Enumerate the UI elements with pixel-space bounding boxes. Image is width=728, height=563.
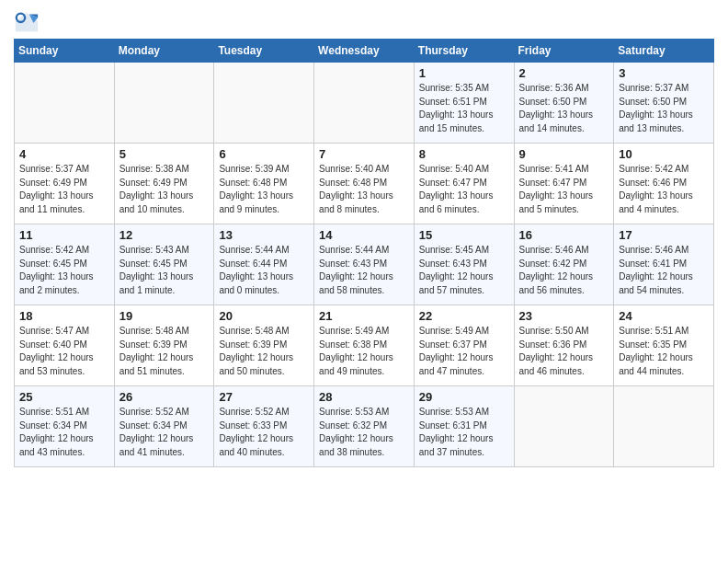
day-info: Sunrise: 5:52 AM Sunset: 6:34 PM Dayligh… (119, 406, 210, 459)
day-number: 2 (519, 66, 609, 80)
calendar-cell: 4Sunrise: 5:37 AM Sunset: 6:49 PM Daylig… (15, 144, 115, 224)
calendar-cell: 15Sunrise: 5:45 AM Sunset: 6:43 PM Dayli… (414, 224, 514, 305)
day-number: 22 (419, 309, 509, 323)
calendar-cell: 5Sunrise: 5:38 AM Sunset: 6:49 PM Daylig… (114, 144, 214, 224)
day-number: 5 (119, 147, 210, 161)
day-number: 7 (319, 147, 409, 161)
col-header-monday: Monday (114, 40, 214, 63)
calendar-cell: 10Sunrise: 5:42 AM Sunset: 6:46 PM Dayli… (614, 144, 714, 224)
day-info: Sunrise: 5:46 AM Sunset: 6:42 PM Dayligh… (519, 244, 609, 297)
calendar-cell: 23Sunrise: 5:50 AM Sunset: 6:36 PM Dayli… (514, 305, 614, 386)
calendar-cell: 6Sunrise: 5:39 AM Sunset: 6:48 PM Daylig… (214, 144, 314, 224)
calendar-table: SundayMondayTuesdayWednesdayThursdayFrid… (14, 39, 714, 467)
week-row-5: 25Sunrise: 5:51 AM Sunset: 6:34 PM Dayli… (15, 386, 714, 467)
calendar-cell: 28Sunrise: 5:53 AM Sunset: 6:32 PM Dayli… (314, 386, 415, 467)
calendar-cell: 25Sunrise: 5:51 AM Sunset: 6:34 PM Dayli… (15, 386, 115, 467)
calendar-cell: 16Sunrise: 5:46 AM Sunset: 6:42 PM Dayli… (514, 224, 614, 305)
day-number: 20 (219, 309, 309, 323)
day-info: Sunrise: 5:39 AM Sunset: 6:48 PM Dayligh… (219, 163, 309, 216)
day-info: Sunrise: 5:40 AM Sunset: 6:47 PM Dayligh… (419, 163, 509, 216)
calendar-cell: 18Sunrise: 5:47 AM Sunset: 6:40 PM Dayli… (15, 305, 115, 386)
week-row-4: 18Sunrise: 5:47 AM Sunset: 6:40 PM Dayli… (15, 305, 714, 386)
day-info: Sunrise: 5:47 AM Sunset: 6:40 PM Dayligh… (19, 325, 109, 378)
logo (14, 9, 43, 35)
col-header-tuesday: Tuesday (214, 40, 314, 63)
day-number: 23 (519, 309, 609, 323)
calendar-cell: 2Sunrise: 5:36 AM Sunset: 6:50 PM Daylig… (514, 63, 614, 144)
day-info: Sunrise: 5:36 AM Sunset: 6:50 PM Dayligh… (519, 82, 609, 135)
calendar-cell: 14Sunrise: 5:44 AM Sunset: 6:43 PM Dayli… (314, 224, 415, 305)
calendar-cell: 24Sunrise: 5:51 AM Sunset: 6:35 PM Dayli… (614, 305, 714, 386)
col-header-wednesday: Wednesday (314, 40, 415, 63)
day-info: Sunrise: 5:53 AM Sunset: 6:31 PM Dayligh… (419, 406, 509, 459)
day-info: Sunrise: 5:46 AM Sunset: 6:41 PM Dayligh… (619, 244, 709, 297)
day-info: Sunrise: 5:37 AM Sunset: 6:50 PM Dayligh… (619, 82, 709, 135)
day-info: Sunrise: 5:51 AM Sunset: 6:35 PM Dayligh… (619, 325, 709, 378)
day-info: Sunrise: 5:48 AM Sunset: 6:39 PM Dayligh… (119, 325, 210, 378)
day-info: Sunrise: 5:49 AM Sunset: 6:37 PM Dayligh… (419, 325, 509, 378)
calendar-cell: 8Sunrise: 5:40 AM Sunset: 6:47 PM Daylig… (414, 144, 514, 224)
day-info: Sunrise: 5:35 AM Sunset: 6:51 PM Dayligh… (419, 82, 509, 135)
logo-icon (14, 9, 40, 35)
day-info: Sunrise: 5:48 AM Sunset: 6:39 PM Dayligh… (219, 325, 309, 378)
day-number: 9 (519, 147, 609, 161)
day-number: 18 (19, 309, 109, 323)
day-number: 28 (319, 390, 409, 404)
calendar-cell: 1Sunrise: 5:35 AM Sunset: 6:51 PM Daylig… (414, 63, 514, 144)
day-number: 17 (619, 228, 709, 242)
day-info: Sunrise: 5:44 AM Sunset: 6:44 PM Dayligh… (219, 244, 309, 297)
day-number: 11 (19, 228, 109, 242)
calendar-cell: 22Sunrise: 5:49 AM Sunset: 6:37 PM Dayli… (414, 305, 514, 386)
day-info: Sunrise: 5:49 AM Sunset: 6:38 PM Dayligh… (319, 325, 409, 378)
calendar-cell (114, 63, 214, 144)
day-number: 1 (419, 66, 509, 80)
day-info: Sunrise: 5:37 AM Sunset: 6:49 PM Dayligh… (19, 163, 109, 216)
calendar-cell (214, 63, 314, 144)
calendar-cell: 21Sunrise: 5:49 AM Sunset: 6:38 PM Dayli… (314, 305, 415, 386)
calendar-cell (614, 386, 714, 467)
day-number: 24 (619, 309, 709, 323)
day-number: 26 (119, 390, 210, 404)
calendar-cell: 19Sunrise: 5:48 AM Sunset: 6:39 PM Dayli… (114, 305, 214, 386)
day-info: Sunrise: 5:53 AM Sunset: 6:32 PM Dayligh… (319, 406, 409, 459)
day-number: 21 (319, 309, 409, 323)
day-info: Sunrise: 5:52 AM Sunset: 6:33 PM Dayligh… (219, 406, 309, 459)
day-info: Sunrise: 5:38 AM Sunset: 6:49 PM Dayligh… (119, 163, 210, 216)
day-info: Sunrise: 5:44 AM Sunset: 6:43 PM Dayligh… (319, 244, 409, 297)
week-row-2: 4Sunrise: 5:37 AM Sunset: 6:49 PM Daylig… (15, 144, 714, 224)
day-number: 19 (119, 309, 210, 323)
day-info: Sunrise: 5:41 AM Sunset: 6:47 PM Dayligh… (519, 163, 609, 216)
calendar-header-row: SundayMondayTuesdayWednesdayThursdayFrid… (15, 40, 714, 63)
day-info: Sunrise: 5:42 AM Sunset: 6:45 PM Dayligh… (19, 244, 109, 297)
calendar-cell (514, 386, 614, 467)
week-row-3: 11Sunrise: 5:42 AM Sunset: 6:45 PM Dayli… (15, 224, 714, 305)
day-info: Sunrise: 5:43 AM Sunset: 6:45 PM Dayligh… (119, 244, 210, 297)
day-number: 15 (419, 228, 509, 242)
calendar-cell: 13Sunrise: 5:44 AM Sunset: 6:44 PM Dayli… (214, 224, 314, 305)
col-header-friday: Friday (514, 40, 614, 63)
day-info: Sunrise: 5:45 AM Sunset: 6:43 PM Dayligh… (419, 244, 509, 297)
col-header-sunday: Sunday (15, 40, 115, 63)
day-number: 12 (119, 228, 210, 242)
day-info: Sunrise: 5:50 AM Sunset: 6:36 PM Dayligh… (519, 325, 609, 378)
day-info: Sunrise: 5:40 AM Sunset: 6:48 PM Dayligh… (319, 163, 409, 216)
calendar-cell: 7Sunrise: 5:40 AM Sunset: 6:48 PM Daylig… (314, 144, 415, 224)
calendar-cell: 27Sunrise: 5:52 AM Sunset: 6:33 PM Dayli… (214, 386, 314, 467)
week-row-1: 1Sunrise: 5:35 AM Sunset: 6:51 PM Daylig… (15, 63, 714, 144)
col-header-saturday: Saturday (614, 40, 714, 63)
day-number: 14 (319, 228, 409, 242)
day-number: 13 (219, 228, 309, 242)
day-number: 8 (419, 147, 509, 161)
day-number: 25 (19, 390, 109, 404)
calendar-cell: 26Sunrise: 5:52 AM Sunset: 6:34 PM Dayli… (114, 386, 214, 467)
day-number: 6 (219, 147, 309, 161)
calendar-cell: 12Sunrise: 5:43 AM Sunset: 6:45 PM Dayli… (114, 224, 214, 305)
calendar-cell: 29Sunrise: 5:53 AM Sunset: 6:31 PM Dayli… (414, 386, 514, 467)
page-header (14, 9, 714, 35)
calendar-cell: 11Sunrise: 5:42 AM Sunset: 6:45 PM Dayli… (15, 224, 115, 305)
day-number: 3 (619, 66, 709, 80)
day-info: Sunrise: 5:42 AM Sunset: 6:46 PM Dayligh… (619, 163, 709, 216)
day-info: Sunrise: 5:51 AM Sunset: 6:34 PM Dayligh… (19, 406, 109, 459)
day-number: 10 (619, 147, 709, 161)
day-number: 29 (419, 390, 509, 404)
